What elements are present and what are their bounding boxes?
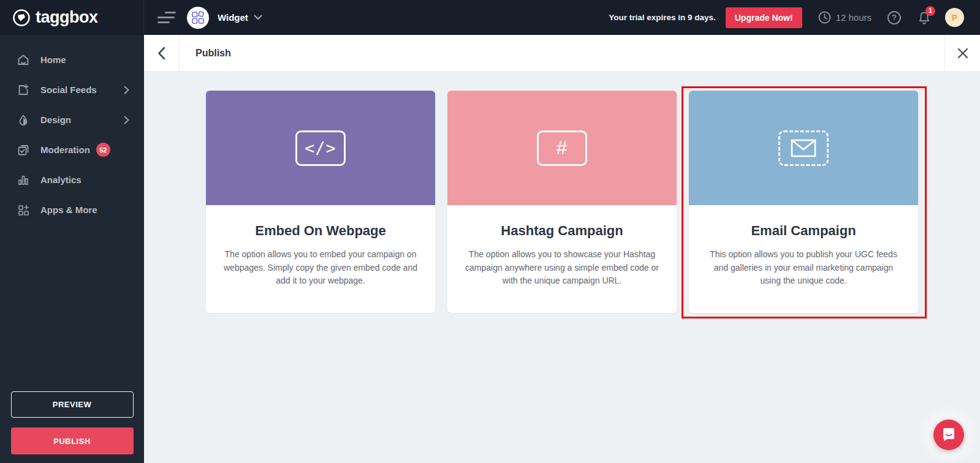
card-embed-on-webpage[interactable]: </> Embed On Webpage The option allows y…: [206, 91, 435, 313]
social-feeds-icon: [17, 84, 29, 96]
card-title: Email Campaign: [704, 223, 903, 239]
moderation-count-badge: 52: [96, 143, 110, 157]
sidebar-item-label: Apps & More: [40, 205, 97, 215]
moderation-icon: [17, 144, 29, 156]
sidebar: Home Social Feeds Design: [0, 35, 144, 463]
card-email-campaign-wrap: Email Campaign This option allows you to…: [689, 91, 918, 313]
card-description: The option allows you to showcase your H…: [463, 248, 661, 288]
brand-name: taggbox: [36, 8, 98, 27]
envelope-icon: [778, 130, 829, 166]
sidebar-item-label: Design: [40, 115, 71, 125]
top-bar: taggbox Widget Your trial expires in 9 d…: [0, 0, 980, 35]
back-button[interactable]: [144, 35, 180, 72]
card-title: Hashtag Campaign: [462, 223, 662, 239]
notification-count-badge: 1: [925, 6, 935, 16]
upgrade-now-button[interactable]: Upgrade Now!: [726, 7, 802, 28]
close-icon: [957, 48, 968, 59]
chevron-left-icon: [158, 47, 165, 60]
widget-avatar-icon[interactable]: [187, 7, 209, 29]
sidebar-item-design[interactable]: Design: [0, 105, 144, 135]
taggbox-logo-icon: [12, 9, 31, 27]
sidebar-item-social-feeds[interactable]: Social Feeds: [0, 75, 144, 105]
chevron-right-icon: [124, 86, 129, 94]
page-title: Publish: [196, 48, 231, 59]
sidebar-item-apps-more[interactable]: Apps & More: [0, 195, 144, 225]
chat-bubble-icon: [941, 427, 957, 443]
trial-expiry-text: Your trial expires in 9 days.: [609, 13, 716, 22]
code-icon: </>: [295, 130, 346, 166]
publish-options-content: </> Embed On Webpage The option allows y…: [144, 72, 980, 463]
sidebar-item-analytics[interactable]: Analytics: [0, 165, 144, 195]
chevron-down-icon[interactable]: [254, 15, 262, 20]
card-email-banner: [689, 91, 918, 205]
card-hashtag-banner: #: [447, 91, 677, 205]
publish-button[interactable]: PUBLISH: [11, 427, 134, 454]
design-icon: [17, 114, 29, 126]
clock-icon: [818, 11, 831, 24]
apps-more-icon: [17, 204, 29, 216]
chat-widget-button[interactable]: [933, 420, 964, 450]
card-description: The option allows you to embed your camp…: [221, 248, 420, 288]
hours-remaining-label: 12 hours: [836, 12, 872, 23]
hashtag-glyph: #: [556, 137, 568, 159]
sidebar-item-moderation[interactable]: Moderation 52: [0, 135, 144, 165]
code-glyph: </>: [305, 138, 336, 157]
sidebar-item-label: Social Feeds: [40, 85, 97, 95]
sidebar-item-home[interactable]: Home: [0, 45, 144, 75]
card-embed-banner: </>: [206, 91, 435, 205]
brand-logo[interactable]: taggbox: [0, 0, 144, 35]
sidebar-item-label: Analytics: [40, 175, 82, 185]
publish-panel-header: Publish: [144, 35, 980, 72]
close-button[interactable]: [944, 35, 980, 72]
sidebar-item-label: Moderation: [40, 145, 90, 155]
home-icon: [17, 54, 29, 66]
user-avatar[interactable]: P: [945, 8, 964, 27]
sidebar-item-label: Home: [40, 55, 66, 65]
card-description: This option allows you to publish your U…: [704, 248, 903, 288]
menu-toggle-icon[interactable]: [158, 12, 176, 23]
hashtag-icon: #: [537, 130, 587, 166]
preview-button[interactable]: PREVIEW: [11, 391, 134, 418]
card-title: Embed On Webpage: [221, 223, 420, 239]
analytics-icon: [17, 174, 29, 186]
notifications-button[interactable]: 1: [918, 11, 930, 24]
help-icon[interactable]: ?: [887, 11, 901, 24]
card-hashtag-campaign[interactable]: # Hashtag Campaign The option allows you…: [447, 91, 677, 313]
card-email-campaign[interactable]: Email Campaign This option allows you to…: [689, 91, 918, 313]
widget-selector-label[interactable]: Widget: [218, 12, 248, 23]
chevron-right-icon: [124, 116, 129, 124]
